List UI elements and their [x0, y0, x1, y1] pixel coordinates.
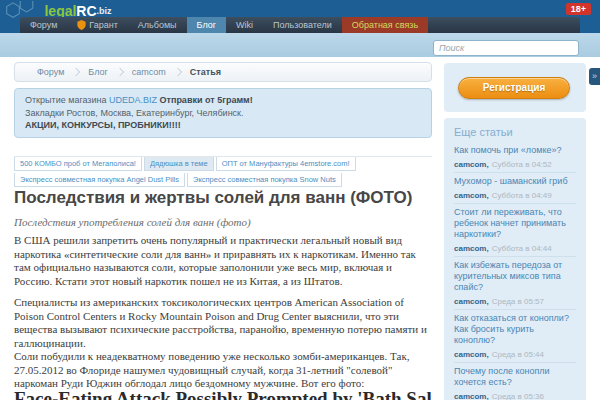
- nav-item-garant-label: Гарант: [89, 20, 117, 30]
- author-link[interactable]: camcom,: [454, 297, 489, 306]
- author-link[interactable]: camcom,: [454, 392, 489, 400]
- promo-link-angel-dust[interactable]: Экспресс совместная покупка Angel Dust P…: [14, 173, 185, 187]
- article-subtitle: Последствия употребления солей для ванн …: [14, 216, 432, 228]
- article-paragraph-3: Соли побудили к неадекватному поведению …: [14, 350, 432, 391]
- more-articles-panel: Еще статьи Как помочь при «ломке»? camco…: [444, 118, 586, 400]
- breadcrumb-author[interactable]: camcom: [132, 67, 166, 77]
- promo-links-row: 500 КОМБО проб от Мегаполиса! Дядюшка в …: [14, 156, 432, 189]
- timestamp: Среда в 05:36: [492, 392, 544, 400]
- promo-link-combo[interactable]: 500 КОМБО проб от Мегаполиса!: [14, 157, 142, 171]
- promo-link-uncle[interactable]: Дядюшка в теме: [144, 157, 214, 171]
- logo-biz: .biz: [97, 6, 112, 16]
- search-input[interactable]: [433, 40, 579, 56]
- announcement-shop-link[interactable]: UDEDA.BIZ: [109, 95, 157, 105]
- nav-item-feedback[interactable]: Обратная связь: [342, 17, 428, 33]
- main-nav: Форум Гарант Альбомы Блог Wiki Пользоват…: [20, 17, 580, 33]
- breadcrumb: Форум Блог camcom Статья: [14, 62, 432, 82]
- shield-icon: [77, 20, 86, 30]
- breadcrumb-forum[interactable]: Форум: [37, 67, 64, 77]
- timestamp: Среда в 05:44: [492, 350, 544, 359]
- page: legalRC.biz 18+ Форум Гарант Альбомы Бло…: [0, 0, 600, 400]
- nav-item-users[interactable]: Пользователи: [263, 17, 342, 33]
- article-meta: camcom,Суббота в 04:52: [454, 160, 576, 169]
- announcement-line1-bold: Отправки от 5грамм!: [157, 95, 253, 105]
- nav-item-forum[interactable]: Форум: [20, 17, 67, 33]
- article-link[interactable]: Как избежать передоза от курительных мик…: [454, 260, 576, 293]
- list-item: Как помочь при «ломке»? camcom,Суббота в…: [454, 142, 576, 173]
- list-item: Стоит ли переживать, что ребенок начнет …: [454, 204, 576, 257]
- header-band: legalRC.biz 18+ Форум Гарант Альбомы Бло…: [0, 0, 600, 33]
- author-link[interactable]: camcom,: [454, 160, 489, 169]
- article-meta: camcom,Суббота в 04:49: [454, 191, 576, 200]
- list-item: Мухомор - шаманский гриб camcom,Суббота …: [454, 173, 576, 204]
- list-item: Почему после конопли хочется есть? camco…: [454, 363, 576, 400]
- article-link[interactable]: Стоит ли переживать, что ребенок начнет …: [454, 207, 576, 240]
- sidebar-collapse-handle[interactable]: »: [589, 68, 600, 85]
- announcement-line1: Открытие магазина UDEDA.BIZ Отправки от …: [25, 94, 421, 107]
- nav-item-blog[interactable]: Блог: [187, 17, 226, 33]
- breadcrumb-current: Статья: [190, 67, 221, 77]
- announcement-line2: Закладки Ростов, Москва, Екатеринбург, Ч…: [25, 107, 421, 120]
- announcement-box: Открытие магазина UDEDA.BIZ Отправки от …: [14, 88, 432, 138]
- age-badge: 18+: [566, 3, 591, 15]
- breadcrumb-separator-icon: [116, 68, 124, 76]
- timestamp: Суббота в 04:52: [492, 160, 552, 169]
- timestamp: Суббота в 04:49: [492, 191, 552, 200]
- article-meta: camcom,Суббота в 04:44: [454, 244, 576, 253]
- promo-link-opt[interactable]: ОПТ от Мануфактуры 4emstore.com!: [216, 157, 356, 171]
- photo-caption-heading: Face-Eating Attack Possibly Prompted by …: [14, 388, 432, 400]
- list-item: Как отказаться от конопли? Как бросить к…: [454, 310, 576, 363]
- announcement-line3: АКЦИИ, КОНКУРСЫ, ПРОБНИКИ!!!!: [25, 119, 421, 132]
- article-meta: camcom,Среда в 05:57: [454, 297, 576, 306]
- article-paragraph-1: В США решили запретить очень популярный …: [14, 234, 432, 288]
- article-meta: camcom,Среда в 05:36: [454, 392, 576, 400]
- nav-item-wiki[interactable]: Wiki: [226, 17, 263, 33]
- list-item: Как избежать передоза от курительных мик…: [454, 257, 576, 310]
- article-meta: camcom,Среда в 05:44: [454, 350, 576, 359]
- nav-item-garant[interactable]: Гарант: [67, 17, 127, 33]
- breadcrumb-separator-icon: [72, 68, 80, 76]
- article-link[interactable]: Мухомор - шаманский гриб: [454, 176, 576, 187]
- author-link[interactable]: camcom,: [454, 244, 489, 253]
- breadcrumb-blog[interactable]: Блог: [88, 67, 107, 77]
- more-articles-title: Еще статьи: [454, 126, 576, 138]
- author-link[interactable]: camcom,: [454, 350, 489, 359]
- article-link[interactable]: Почему после конопли хочется есть?: [454, 366, 576, 388]
- timestamp: Среда в 05:57: [492, 297, 544, 306]
- article-paragraph-2: Специалисты из американских токсикологич…: [14, 296, 432, 350]
- nav-item-albums[interactable]: Альбомы: [128, 17, 187, 33]
- registration-button[interactable]: Регистрация: [458, 77, 570, 99]
- registration-panel: Регистрация: [444, 63, 586, 112]
- breadcrumb-separator-icon: [174, 68, 182, 76]
- promo-link-snow-nuts[interactable]: Экспресс совместная покупка Snow Nuts: [187, 173, 342, 187]
- article-link[interactable]: Как помочь при «ломке»?: [454, 145, 576, 156]
- author-link[interactable]: camcom,: [454, 191, 489, 200]
- timestamp: Суббота в 04:44: [492, 244, 552, 253]
- announcement-line1-text: Открытие магазина: [25, 95, 109, 105]
- article-link[interactable]: Как отказаться от конопли? Как бросить к…: [454, 313, 576, 346]
- article-title: Последствия и жертвы солей для ванн (ФОТ…: [14, 188, 432, 208]
